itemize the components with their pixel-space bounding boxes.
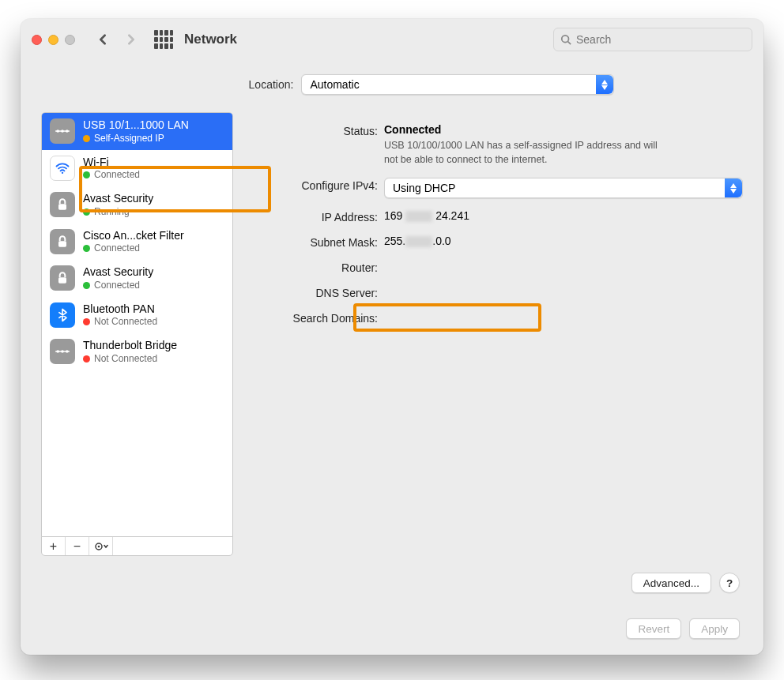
ethernet-icon	[50, 118, 75, 144]
status-value: Connected	[384, 123, 743, 136]
router-label: Router:	[254, 260, 384, 274]
sidebar-item-avast-security-1[interactable]: Avast Security Running	[42, 186, 232, 224]
body: Location: Automatic	[21, 60, 763, 655]
stepper-icon	[596, 75, 613, 94]
svg-point-23	[97, 545, 100, 547]
status-dot-icon	[83, 282, 90, 289]
status-dot-icon	[83, 209, 90, 216]
svg-marker-24	[730, 183, 737, 188]
chevron-left-icon	[97, 34, 108, 45]
wifi-icon	[50, 156, 75, 181]
window-title: Network	[184, 32, 237, 47]
configure-ipv4-value: Using DHCP	[393, 182, 455, 194]
svg-rect-14	[58, 277, 66, 284]
status-dot-icon	[83, 135, 90, 142]
svg-rect-12	[58, 204, 66, 210]
status-dot-icon	[83, 245, 90, 252]
sidebar-item-label: Avast Security	[83, 265, 153, 280]
ethernet-icon	[50, 339, 75, 364]
sidebar-item-label: Avast Security	[83, 192, 153, 206]
preferences-window: Network Location: Automatic	[21, 19, 763, 655]
search-icon	[560, 34, 571, 45]
svg-rect-13	[58, 241, 66, 247]
svg-line-1	[568, 42, 571, 45]
sidebar-footer: + −	[41, 536, 233, 556]
traffic-lights	[32, 35, 75, 45]
svg-marker-25	[730, 189, 737, 193]
sidebar-item-wifi[interactable]: Wi-Fi Connected	[42, 150, 232, 187]
subnet-mask-value: 255..0.0	[384, 235, 743, 247]
details-panel: Status: Connected USB 10/100/1000 LAN ha…	[254, 112, 743, 336]
status-help-text: USB 10/100/1000 LAN has a self-assigned …	[384, 139, 669, 167]
search-input[interactable]	[576, 33, 745, 46]
services-list[interactable]: USB 10/1...1000 LAN Self-Assigned IP Wi-…	[41, 112, 233, 537]
sidebar-item-label: Bluetooth PAN	[83, 302, 157, 317]
more-actions-button[interactable]	[89, 537, 113, 555]
ip-address-value: 169 24.241	[384, 209, 743, 222]
show-all-button[interactable]	[154, 30, 173, 49]
location-label: Location:	[249, 78, 294, 91]
location-value: Automatic	[310, 78, 359, 91]
advanced-row: Advanced... ?	[631, 573, 740, 593]
status-dot-icon	[83, 355, 90, 363]
sidebar-item-cisco[interactable]: Cisco An...cket Filter Connected	[42, 224, 232, 261]
status-label: Status:	[254, 123, 384, 137]
ip-address-label: IP Address:	[254, 209, 384, 224]
gear-dropdown-icon	[94, 542, 108, 551]
help-button[interactable]: ?	[719, 573, 740, 593]
search-field[interactable]	[553, 28, 752, 51]
apply-button: Apply	[689, 618, 740, 639]
minimize-button[interactable]	[48, 35, 58, 45]
sidebar-item-label: Cisco An...cket Filter	[83, 229, 184, 243]
redacted-icon	[405, 236, 432, 247]
status-dot-icon	[83, 318, 90, 325]
sidebar-item-label: USB 10/1...1000 LAN	[83, 118, 189, 133]
status-dot-icon	[83, 171, 90, 178]
remove-service-button[interactable]: −	[66, 537, 89, 555]
sidebar-item-label: Wi-Fi	[83, 156, 140, 170]
configure-ipv4-select[interactable]: Using DHCP	[384, 178, 743, 198]
chevron-right-icon	[126, 34, 137, 45]
titlebar: Network	[21, 19, 763, 60]
dns-server-label: DNS Server:	[254, 285, 384, 299]
back-button[interactable]	[89, 28, 116, 51]
sidebar-item-thunderbolt-bridge[interactable]: Thunderbolt Bridge Not Connected	[42, 333, 232, 370]
sidebar-item-bluetooth-pan[interactable]: Bluetooth PAN Not Connected	[42, 297, 232, 334]
search-domains-label: Search Domains:	[254, 310, 384, 325]
stepper-icon	[725, 178, 742, 197]
bluetooth-icon	[50, 302, 75, 328]
add-service-button[interactable]: +	[42, 537, 66, 555]
lock-icon	[50, 265, 75, 291]
sidebar-item-usb-lan[interactable]: USB 10/1...1000 LAN Self-Assigned IP	[42, 113, 232, 150]
lock-icon	[50, 192, 75, 217]
forward-button	[118, 28, 145, 51]
redacted-icon	[405, 211, 432, 222]
close-button[interactable]	[32, 35, 42, 45]
configure-ipv4-label: Configure IPv4:	[254, 178, 384, 192]
svg-marker-3	[601, 85, 608, 90]
svg-marker-2	[601, 80, 608, 85]
subnet-mask-label: Subnet Mask:	[254, 235, 384, 249]
location-select[interactable]: Automatic	[301, 74, 614, 95]
sidebar-wrap: USB 10/1...1000 LAN Self-Assigned IP Wi-…	[41, 112, 233, 556]
sidebar-item-avast-security-2[interactable]: Avast Security Connected	[42, 260, 232, 297]
location-row: Location: Automatic	[120, 74, 743, 95]
nav-buttons	[89, 28, 145, 51]
lock-icon	[50, 229, 75, 254]
svg-point-11	[62, 171, 63, 173]
zoom-button	[65, 35, 75, 45]
revert-button: Revert	[626, 618, 681, 639]
advanced-button[interactable]: Advanced...	[631, 573, 711, 593]
sidebar-item-label: Thunderbolt Bridge	[83, 339, 177, 353]
apply-row: Revert Apply	[626, 618, 740, 639]
svg-point-0	[562, 36, 569, 43]
